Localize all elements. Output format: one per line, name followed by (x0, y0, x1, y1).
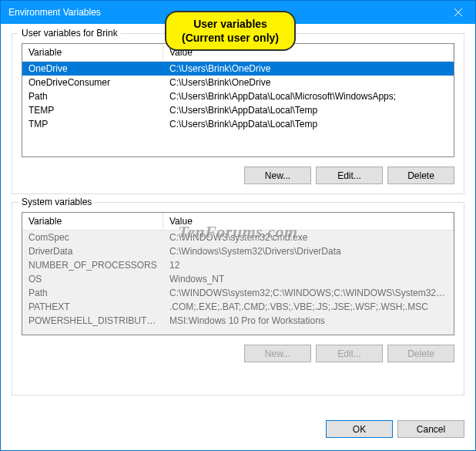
cell-value: C:\Users\Brink\AppData\Local\Temp (163, 118, 454, 130)
system-delete-button: Delete (387, 345, 454, 362)
system-button-row: New... Edit... Delete (22, 345, 454, 362)
cell-variable: Path (22, 287, 163, 299)
table-row[interactable]: PathC:\Users\Brink\AppData\Local\Microso… (22, 89, 454, 103)
system-variables-group: System variables Variable Value ComSpecC… (12, 202, 464, 395)
cell-variable: NUMBER_OF_PROCESSORS (22, 259, 163, 271)
cell-variable: OS (22, 273, 163, 285)
system-group-legend: System variables (18, 197, 95, 207)
table-row[interactable]: DriverDataC:\Windows\System32\Drivers\Dr… (22, 244, 454, 258)
table-row[interactable]: POWERSHELL_DISTRIBUTIO...MSI:Windows 10 … (22, 314, 454, 328)
cell-value: C:\WINDOWS\system32;C:\WINDOWS;C:\WINDOW… (163, 287, 454, 299)
cell-value: C:\Windows\System32\Drivers\DriverData (163, 245, 454, 257)
dialog-content: User variables for Brink Variable Value … (1, 24, 475, 414)
cell-variable: OneDrive (22, 62, 163, 75)
user-group-legend: User variables for Brink (18, 28, 121, 39)
dialog-footer: OK Cancel (1, 414, 475, 450)
cell-variable: POWERSHELL_DISTRIBUTIO... (22, 315, 163, 327)
cell-variable: DriverData (22, 245, 163, 257)
cell-value: C:\Users\Brink\AppData\Local\Microsoft\W… (163, 90, 454, 103)
user-delete-button[interactable]: Delete (387, 167, 454, 184)
table-header: Variable Value (22, 213, 454, 231)
cell-value: .COM;.EXE;.BAT;.CMD;.VBS;.VBE;.JS;.JSE;.… (163, 301, 454, 313)
table-row[interactable]: PATHEXT.COM;.EXE;.BAT;.CMD;.VBS;.VBE;.JS… (22, 300, 454, 314)
table-row[interactable]: NUMBER_OF_PROCESSORS12 (22, 258, 454, 272)
annotation-line1: User variables (182, 17, 279, 31)
table-row[interactable]: ComSpecC:\WINDOWS\system32\cmd.exe (22, 231, 454, 244)
env-vars-dialog: Environment Variables User variables for… (0, 0, 476, 451)
system-edit-button: Edit... (316, 345, 383, 362)
annotation-callout: User variables (Current user only) (165, 11, 296, 51)
cell-variable: TMP (22, 118, 163, 130)
user-button-row: New... Edit... Delete (22, 167, 454, 184)
col-value[interactable]: Value (163, 213, 454, 230)
cell-value: C:\Users\Brink\OneDrive (163, 62, 454, 75)
col-variable[interactable]: Variable (22, 213, 163, 230)
system-table-body: ComSpecC:\WINDOWS\system32\cmd.exeDriver… (22, 231, 454, 335)
user-variables-group: User variables for Brink Variable Value … (12, 33, 464, 194)
table-row[interactable]: OneDriveConsumerC:\Users\Brink\OneDrive (22, 76, 454, 89)
table-row[interactable]: TMPC:\Users\Brink\AppData\Local\Temp (22, 117, 454, 131)
cell-value: MSI:Windows 10 Pro for Workstations (163, 315, 454, 327)
col-variable[interactable]: Variable (22, 44, 163, 61)
user-edit-button[interactable]: Edit... (316, 167, 383, 184)
user-table-body: OneDriveC:\Users\Brink\OneDriveOneDriveC… (22, 62, 454, 157)
table-row[interactable]: PathC:\WINDOWS\system32;C:\WINDOWS;C:\WI… (22, 286, 454, 300)
cancel-button[interactable]: Cancel (397, 420, 464, 438)
user-new-button[interactable]: New... (244, 167, 311, 184)
close-icon (454, 8, 462, 16)
table-row[interactable]: OSWindows_NT (22, 272, 454, 286)
cell-value: C:\WINDOWS\system32\cmd.exe (163, 231, 454, 244)
cell-variable: PATHEXT (22, 301, 163, 313)
cell-variable: OneDriveConsumer (22, 76, 163, 89)
cell-value: Windows_NT (163, 273, 454, 285)
cell-variable: Path (22, 90, 163, 103)
table-row[interactable]: TEMPC:\Users\Brink\AppData\Local\Temp (22, 103, 454, 117)
cell-value: C:\Users\Brink\OneDrive (163, 76, 454, 89)
cell-value: 12 (163, 259, 454, 271)
cell-value: C:\Users\Brink\AppData\Local\Temp (163, 104, 454, 116)
system-new-button: New... (244, 345, 311, 362)
close-button[interactable] (441, 1, 475, 24)
table-row[interactable]: OneDriveC:\Users\Brink\OneDrive (22, 62, 454, 76)
system-variables-table[interactable]: Variable Value ComSpecC:\WINDOWS\system3… (22, 212, 454, 335)
user-variables-table[interactable]: Variable Value OneDriveC:\Users\Brink\On… (22, 43, 454, 157)
cell-variable: TEMP (22, 104, 163, 116)
cell-variable: ComSpec (22, 231, 163, 244)
annotation-line2: (Current user only) (182, 31, 279, 45)
ok-button[interactable]: OK (326, 420, 393, 438)
